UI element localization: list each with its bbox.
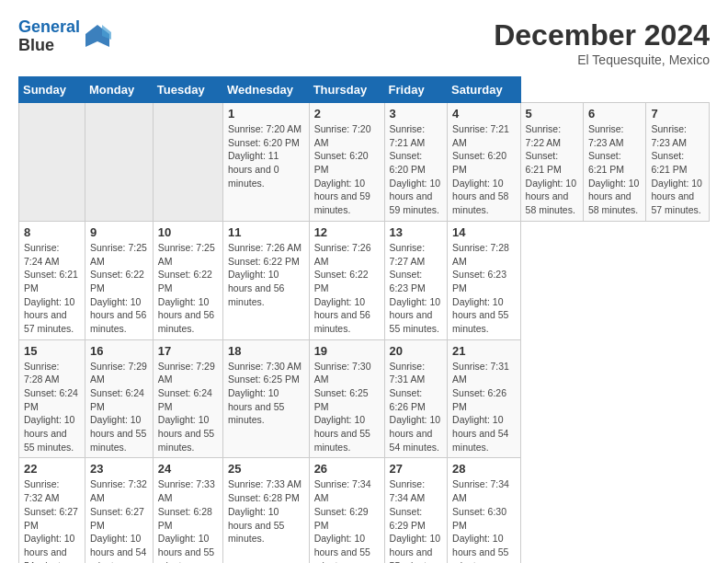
day-number: 18 xyxy=(228,344,304,358)
day-info: Sunrise: 7:29 AM Sunset: 6:24 PM Dayligh… xyxy=(158,360,218,454)
day-number: 22 xyxy=(24,462,80,476)
day-cell: 27 Sunrise: 7:34 AM Sunset: 6:29 PM Dayl… xyxy=(384,458,447,563)
empty-day-cell xyxy=(19,103,85,222)
day-info: Sunrise: 7:33 AM Sunset: 6:28 PM Dayligh… xyxy=(228,477,304,545)
day-number: 4 xyxy=(452,107,515,121)
day-number: 13 xyxy=(390,225,442,239)
day-info: Sunrise: 7:23 AM Sunset: 6:21 PM Dayligh… xyxy=(651,122,704,217)
day-number: 14 xyxy=(452,225,515,239)
day-info: Sunrise: 7:27 AM Sunset: 6:23 PM Dayligh… xyxy=(390,241,442,336)
column-header-thursday: Thursday xyxy=(309,77,384,103)
day-cell: 3 Sunrise: 7:21 AM Sunset: 6:20 PM Dayli… xyxy=(384,103,447,222)
day-cell: 10 Sunrise: 7:25 AM Sunset: 6:22 PM Dayl… xyxy=(153,221,222,339)
day-info: Sunrise: 7:25 AM Sunset: 6:22 PM Dayligh… xyxy=(90,241,148,336)
day-cell: 21 Sunrise: 7:31 AM Sunset: 6:26 PM Dayl… xyxy=(448,339,520,458)
day-info: Sunrise: 7:23 AM Sunset: 6:21 PM Dayligh… xyxy=(588,122,641,217)
column-header-monday: Monday xyxy=(85,77,154,103)
day-number: 26 xyxy=(314,462,380,476)
day-info: Sunrise: 7:21 AM Sunset: 6:20 PM Dayligh… xyxy=(390,122,442,217)
day-cell: 28 Sunrise: 7:34 AM Sunset: 6:30 PM Dayl… xyxy=(448,458,520,563)
day-number: 21 xyxy=(452,344,515,358)
day-cell: 22 Sunrise: 7:32 AM Sunset: 6:27 PM Dayl… xyxy=(19,458,85,563)
day-cell: 15 Sunrise: 7:28 AM Sunset: 6:24 PM Dayl… xyxy=(19,339,85,458)
day-number: 20 xyxy=(390,344,442,358)
day-cell: 7 Sunrise: 7:23 AM Sunset: 6:21 PM Dayli… xyxy=(646,103,710,222)
location-subtitle: El Tequesquite, Mexico xyxy=(494,52,710,67)
logo-icon xyxy=(84,23,111,51)
day-info: Sunrise: 7:28 AM Sunset: 6:24 PM Dayligh… xyxy=(24,360,80,454)
day-info: Sunrise: 7:25 AM Sunset: 6:22 PM Dayligh… xyxy=(158,241,218,336)
day-cell: 8 Sunrise: 7:24 AM Sunset: 6:21 PM Dayli… xyxy=(19,221,85,339)
day-number: 1 xyxy=(228,107,304,121)
day-cell: 25 Sunrise: 7:33 AM Sunset: 6:28 PM Dayl… xyxy=(223,458,310,563)
day-info: Sunrise: 7:20 AM Sunset: 6:20 PM Dayligh… xyxy=(228,122,304,190)
page-header: GeneralBlue December 2024 El Tequesquite… xyxy=(18,18,710,67)
day-cell: 19 Sunrise: 7:30 AM Sunset: 6:25 PM Dayl… xyxy=(309,339,384,458)
day-info: Sunrise: 7:34 AM Sunset: 6:29 PM Dayligh… xyxy=(390,477,442,563)
day-cell: 2 Sunrise: 7:20 AM Sunset: 6:20 PM Dayli… xyxy=(309,103,384,222)
calendar-header-row: SundayMondayTuesdayWednesdayThursdayFrid… xyxy=(19,77,710,103)
calendar-table: SundayMondayTuesdayWednesdayThursdayFrid… xyxy=(18,76,710,563)
day-number: 9 xyxy=(90,225,148,239)
calendar-week-row: 15 Sunrise: 7:28 AM Sunset: 6:24 PM Dayl… xyxy=(19,339,710,458)
title-block: December 2024 El Tequesquite, Mexico xyxy=(494,18,710,67)
day-cell: 24 Sunrise: 7:33 AM Sunset: 6:28 PM Dayl… xyxy=(153,458,222,563)
day-info: Sunrise: 7:32 AM Sunset: 6:27 PM Dayligh… xyxy=(90,477,148,563)
day-info: Sunrise: 7:22 AM Sunset: 6:21 PM Dayligh… xyxy=(526,122,578,217)
day-number: 19 xyxy=(314,344,380,358)
day-cell: 26 Sunrise: 7:34 AM Sunset: 6:29 PM Dayl… xyxy=(309,458,384,563)
day-info: Sunrise: 7:30 AM Sunset: 6:25 PM Dayligh… xyxy=(228,360,304,427)
day-info: Sunrise: 7:26 AM Sunset: 6:22 PM Dayligh… xyxy=(228,241,304,308)
day-number: 25 xyxy=(228,462,304,476)
column-header-sunday: Sunday xyxy=(19,77,85,103)
day-cell: 16 Sunrise: 7:29 AM Sunset: 6:24 PM Dayl… xyxy=(85,339,154,458)
empty-day-cell xyxy=(153,103,222,222)
day-info: Sunrise: 7:34 AM Sunset: 6:29 PM Dayligh… xyxy=(314,477,380,563)
day-cell: 17 Sunrise: 7:29 AM Sunset: 6:24 PM Dayl… xyxy=(153,339,222,458)
column-header-wednesday: Wednesday xyxy=(223,77,310,103)
day-number: 17 xyxy=(158,344,218,358)
day-cell: 18 Sunrise: 7:30 AM Sunset: 6:25 PM Dayl… xyxy=(223,339,310,458)
day-cell: 4 Sunrise: 7:21 AM Sunset: 6:20 PM Dayli… xyxy=(448,103,520,222)
day-number: 23 xyxy=(90,462,148,476)
day-cell: 23 Sunrise: 7:32 AM Sunset: 6:27 PM Dayl… xyxy=(85,458,154,563)
day-cell: 14 Sunrise: 7:28 AM Sunset: 6:23 PM Dayl… xyxy=(448,221,520,339)
empty-day-cell xyxy=(85,103,154,222)
day-info: Sunrise: 7:32 AM Sunset: 6:27 PM Dayligh… xyxy=(24,477,80,563)
day-info: Sunrise: 7:21 AM Sunset: 6:20 PM Dayligh… xyxy=(452,122,515,217)
day-number: 5 xyxy=(526,107,578,121)
day-cell: 13 Sunrise: 7:27 AM Sunset: 6:23 PM Dayl… xyxy=(384,221,447,339)
calendar-week-row: 22 Sunrise: 7:32 AM Sunset: 6:27 PM Dayl… xyxy=(19,458,710,563)
day-number: 16 xyxy=(90,344,148,358)
day-number: 27 xyxy=(390,462,442,476)
column-header-friday: Friday xyxy=(384,77,447,103)
day-number: 3 xyxy=(390,107,442,121)
day-info: Sunrise: 7:20 AM Sunset: 6:20 PM Dayligh… xyxy=(314,122,380,217)
day-number: 7 xyxy=(651,107,704,121)
day-info: Sunrise: 7:31 AM Sunset: 6:26 PM Dayligh… xyxy=(452,360,515,454)
day-cell: 20 Sunrise: 7:31 AM Sunset: 6:26 PM Dayl… xyxy=(384,339,447,458)
logo-text: GeneralBlue xyxy=(18,18,80,55)
column-header-tuesday: Tuesday xyxy=(153,77,222,103)
day-info: Sunrise: 7:31 AM Sunset: 6:26 PM Dayligh… xyxy=(390,360,442,454)
day-info: Sunrise: 7:26 AM Sunset: 6:22 PM Dayligh… xyxy=(314,241,380,336)
day-cell: 1 Sunrise: 7:20 AM Sunset: 6:20 PM Dayli… xyxy=(223,103,310,222)
day-number: 12 xyxy=(314,225,380,239)
column-header-saturday: Saturday xyxy=(448,77,520,103)
calendar-week-row: 8 Sunrise: 7:24 AM Sunset: 6:21 PM Dayli… xyxy=(19,221,710,339)
logo: GeneralBlue xyxy=(18,18,111,55)
day-number: 11 xyxy=(228,225,304,239)
day-cell: 12 Sunrise: 7:26 AM Sunset: 6:22 PM Dayl… xyxy=(309,221,384,339)
day-cell: 5 Sunrise: 7:22 AM Sunset: 6:21 PM Dayli… xyxy=(520,103,583,222)
day-info: Sunrise: 7:24 AM Sunset: 6:21 PM Dayligh… xyxy=(24,241,80,336)
day-info: Sunrise: 7:28 AM Sunset: 6:23 PM Dayligh… xyxy=(452,241,515,336)
day-number: 8 xyxy=(24,225,80,239)
day-info: Sunrise: 7:30 AM Sunset: 6:25 PM Dayligh… xyxy=(314,360,380,454)
day-number: 2 xyxy=(314,107,380,121)
day-info: Sunrise: 7:29 AM Sunset: 6:24 PM Dayligh… xyxy=(90,360,148,454)
day-number: 6 xyxy=(588,107,641,121)
day-number: 28 xyxy=(452,462,515,476)
day-info: Sunrise: 7:33 AM Sunset: 6:28 PM Dayligh… xyxy=(158,477,218,563)
calendar-week-row: 1 Sunrise: 7:20 AM Sunset: 6:20 PM Dayli… xyxy=(19,103,710,222)
day-cell: 6 Sunrise: 7:23 AM Sunset: 6:21 PM Dayli… xyxy=(584,103,646,222)
